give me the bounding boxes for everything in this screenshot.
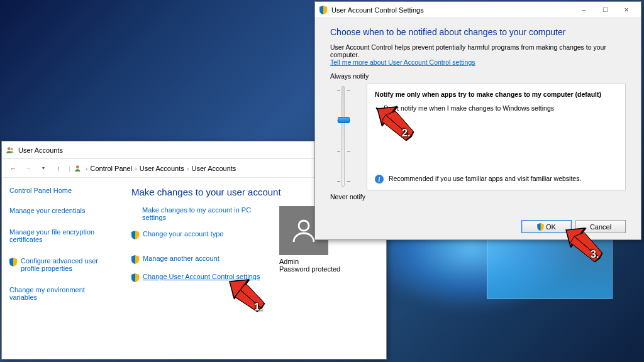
main-link-manage-another[interactable]: Manage another account xyxy=(131,255,267,264)
sidebar-link[interactable]: Manage your file encryption certificates xyxy=(9,228,114,243)
close-button[interactable]: ✕ xyxy=(616,4,637,16)
sidebar-link[interactable]: Change my environment variables xyxy=(9,286,114,301)
cancel-button[interactable]: Cancel xyxy=(575,220,626,233)
main-link-account-type[interactable]: Change your account type xyxy=(131,230,267,239)
link-text[interactable]: Make changes to my account in PC setting… xyxy=(142,206,267,221)
info-recommendation: Recommended if you use familiar apps and… xyxy=(389,175,581,184)
window-title: User Accounts xyxy=(18,146,318,154)
uac-heading: Choose when to be notified about changes… xyxy=(330,27,626,37)
button-label: Cancel xyxy=(590,223,611,231)
crumb-control-panel[interactable]: Control Panel xyxy=(91,165,133,172)
button-label: OK xyxy=(546,223,556,231)
link-text[interactable]: Manage another account xyxy=(143,255,219,262)
shield-icon xyxy=(131,231,139,239)
users-icon xyxy=(6,146,14,155)
up-button[interactable]: ↑ xyxy=(52,162,65,175)
maximize-button[interactable]: ☐ xyxy=(594,4,616,16)
window-title: User Account Control Settings xyxy=(331,6,573,14)
uac-info-panel: Notify me only when apps try to make cha… xyxy=(367,84,626,190)
svg-point-3 xyxy=(299,221,309,231)
uac-settings-window: User Account Control Settings – ☐ ✕ Choo… xyxy=(314,1,641,240)
svg-point-0 xyxy=(8,147,11,150)
link-text[interactable]: Change your account type xyxy=(143,230,223,238)
sidebar-item-profile-properties[interactable]: Configure advanced user profile properti… xyxy=(9,257,114,280)
sidebar-home-link[interactable]: Control Panel Home xyxy=(9,187,114,194)
shield-icon xyxy=(131,255,139,264)
always-notify-label: Always notify xyxy=(330,72,626,80)
recent-dropdown[interactable]: ▾ xyxy=(37,162,50,175)
minimize-button[interactable]: – xyxy=(573,4,594,16)
users-icon xyxy=(74,164,83,173)
sidebar-link[interactable]: Configure advanced user profile properti… xyxy=(21,257,114,272)
shield-icon xyxy=(131,273,139,282)
crumb-user-accounts-2[interactable]: User Accounts xyxy=(191,165,236,172)
sidebar-item-credentials[interactable]: Manage your credentials xyxy=(9,207,114,222)
ok-button[interactable]: OK xyxy=(521,220,572,233)
info-title: Notify me only when apps try to make cha… xyxy=(375,90,618,98)
account-name: Admin xyxy=(279,258,340,265)
learn-more-link[interactable]: Tell me more about User Account Control … xyxy=(330,58,626,66)
slider-thumb[interactable] xyxy=(338,117,350,123)
uac-slider[interactable] xyxy=(341,86,345,187)
sidebar-item-certificates[interactable]: Manage your file encryption certificates xyxy=(9,228,114,251)
back-button[interactable]: ← xyxy=(7,162,19,175)
info-bullet-text: Don't notify me when I make changes to W… xyxy=(384,104,554,112)
crumb-user-accounts[interactable]: User Accounts xyxy=(140,165,184,172)
titlebar[interactable]: User Account Control Settings – ☐ ✕ xyxy=(315,2,641,18)
shield-icon xyxy=(9,258,17,266)
svg-point-2 xyxy=(76,165,79,168)
bullet-icon: • xyxy=(375,104,379,112)
forward-button[interactable]: → xyxy=(22,162,35,175)
never-notify-label: Never notify xyxy=(330,193,626,200)
account-password-status: Password protected xyxy=(279,265,340,273)
main-link-pc-settings[interactable]: Make changes to my account in PC setting… xyxy=(131,206,267,221)
sidebar-item-env-vars[interactable]: Change my environment variables xyxy=(9,286,114,309)
main-link-change-uac[interactable]: Change User Account Control settings xyxy=(131,273,267,282)
sidebar-link[interactable]: Manage your credentials xyxy=(9,207,85,214)
uac-description: User Account Control helps prevent poten… xyxy=(330,43,626,58)
link-text[interactable]: Change User Account Control settings xyxy=(143,273,260,280)
info-icon: i xyxy=(375,175,384,184)
shield-icon xyxy=(319,6,328,14)
svg-point-1 xyxy=(11,148,13,150)
shield-icon xyxy=(537,223,544,231)
sidebar: Control Panel Home Manage your credentia… xyxy=(2,178,121,359)
